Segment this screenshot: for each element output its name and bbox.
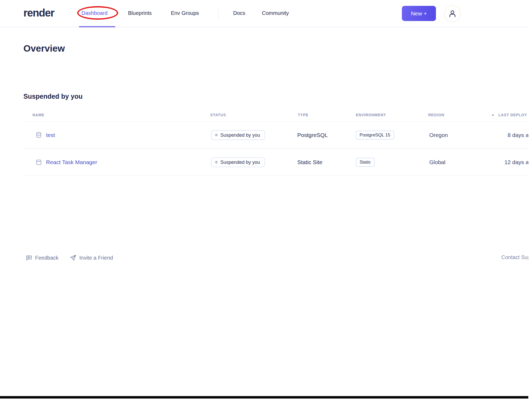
feedback-link[interactable]: Feedback bbox=[26, 254, 59, 261]
nav-item-blueprints[interactable]: Blueprints bbox=[128, 10, 152, 16]
feedback-icon bbox=[26, 254, 32, 261]
environment-badge: PostgreSQL 15 bbox=[356, 131, 394, 140]
column-header-environment[interactable]: ENVIRONMENT bbox=[356, 113, 386, 117]
service-name-link[interactable]: React Task Manager bbox=[46, 159, 97, 165]
viewport: render Dashboard Blueprints Env Groups D… bbox=[0, 0, 528, 399]
page-footer: Feedback Invite a Friend Contact Support bbox=[0, 253, 528, 264]
column-header-name[interactable]: NAME bbox=[32, 113, 44, 117]
static-site-icon bbox=[35, 158, 43, 166]
status-label: Suspended by you bbox=[220, 159, 260, 165]
table-row[interactable]: React Task Manager Suspended by you Stat… bbox=[23, 149, 528, 176]
paper-plane-icon bbox=[70, 254, 77, 261]
contact-support-label: Contact Support bbox=[501, 254, 528, 260]
invite-friend-link[interactable]: Invite a Friend bbox=[70, 254, 113, 261]
top-navigation-bar: render Dashboard Blueprints Env Groups D… bbox=[0, 0, 528, 27]
nav-item-env-groups[interactable]: Env Groups bbox=[171, 10, 199, 16]
contact-support-link[interactable]: Contact Support bbox=[486, 254, 528, 260]
table-row[interactable]: test Suspended by you PostgreSQL Postgre… bbox=[23, 122, 528, 149]
services-table: NAME STATUS TYPE ENVIRONMENT REGION ▼LAS… bbox=[23, 112, 528, 176]
table-header-row: NAME STATUS TYPE ENVIRONMENT REGION ▼LAS… bbox=[23, 112, 528, 122]
bottom-black-bar bbox=[0, 396, 528, 398]
service-region: Global bbox=[429, 159, 446, 165]
service-type: Static Site bbox=[297, 159, 323, 165]
service-name-link[interactable]: test bbox=[46, 132, 55, 138]
last-deploy-value: 12 days ago bbox=[482, 159, 528, 165]
nav-divider bbox=[218, 8, 218, 20]
nav-item-docs[interactable]: Docs bbox=[233, 10, 245, 16]
status-badge: Suspended by you bbox=[211, 157, 265, 167]
section-title: Suspended by you bbox=[23, 93, 83, 100]
column-header-region[interactable]: REGION bbox=[428, 113, 444, 117]
user-icon bbox=[448, 9, 457, 19]
service-type: PostgreSQL bbox=[297, 132, 328, 138]
column-header-last-deploy[interactable]: ▼LAST DEPLOY bbox=[491, 113, 527, 117]
status-label: Suspended by you bbox=[220, 132, 260, 138]
feedback-label: Feedback bbox=[35, 255, 59, 261]
page-title: Overview bbox=[23, 43, 65, 54]
sort-descending-icon: ▼ bbox=[491, 113, 495, 117]
nav-item-dashboard[interactable]: Dashboard bbox=[81, 10, 108, 16]
status-dot-icon bbox=[215, 161, 218, 164]
status-dot-icon bbox=[215, 134, 218, 136]
column-header-type[interactable]: TYPE bbox=[298, 113, 308, 117]
status-badge: Suspended by you bbox=[211, 130, 265, 140]
column-header-status[interactable]: STATUS bbox=[210, 113, 226, 117]
database-icon bbox=[35, 131, 43, 139]
user-menu-button[interactable] bbox=[444, 5, 461, 22]
new-button[interactable]: New + bbox=[402, 6, 436, 21]
last-deploy-value: 8 days ago bbox=[482, 132, 528, 138]
invite-friend-label: Invite a Friend bbox=[79, 255, 113, 261]
environment-badge: Static bbox=[356, 158, 375, 167]
nav-item-community[interactable]: Community bbox=[262, 10, 289, 16]
active-tab-underline bbox=[79, 26, 115, 27]
service-region: Oregon bbox=[429, 132, 448, 138]
new-button-label: New + bbox=[411, 10, 427, 17]
render-logo[interactable]: render bbox=[23, 7, 54, 19]
